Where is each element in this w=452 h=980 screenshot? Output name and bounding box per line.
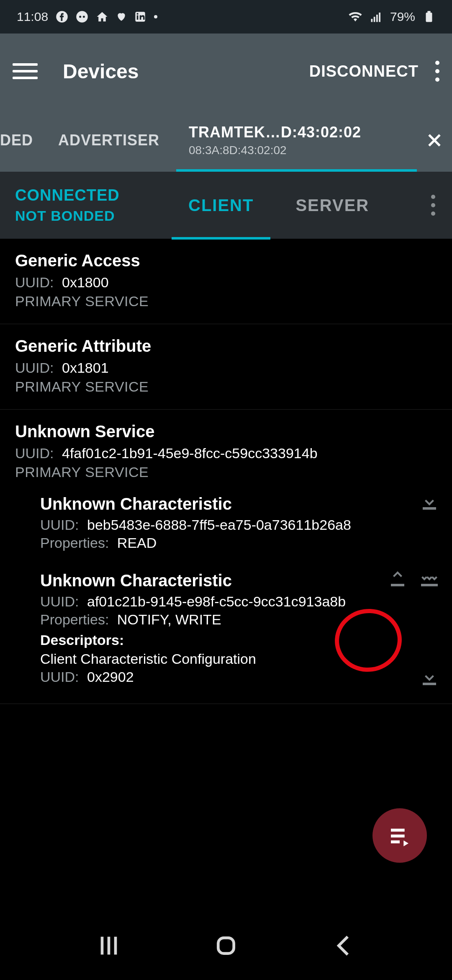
svg-point-6 <box>137 13 139 15</box>
services-list[interactable]: Generic Access UUID: 0x1800 PRIMARY SERV… <box>0 239 452 704</box>
characteristic-item[interactable]: Unknown Characteristic UUID: af01c21b-91… <box>0 561 452 695</box>
page-title: Devices <box>63 60 139 83</box>
svg-rect-21 <box>391 841 400 843</box>
fab-log-button[interactable] <box>372 808 427 863</box>
descriptors-label: Descriptors: <box>40 632 437 648</box>
svg-point-7 <box>154 15 157 18</box>
wifi-icon <box>348 10 362 24</box>
tab-device-name: TRAMTEK…D:43:02:02 <box>189 124 404 141</box>
characteristic-properties: NOTIFY, WRITE <box>117 611 221 627</box>
svg-rect-18 <box>423 683 436 685</box>
status-time: 11:08 <box>17 10 48 24</box>
uuid-label: UUID: <box>15 445 54 461</box>
service-uuid: 0x1801 <box>62 360 109 376</box>
menu-button[interactable] <box>13 59 38 84</box>
service-item[interactable]: Unknown Service UUID: 4faf01c2-1b91-45e9… <box>0 410 452 485</box>
tab-device-mac: 08:3A:8D:43:02:02 <box>189 144 404 157</box>
write-upload-icon[interactable] <box>388 569 408 589</box>
service-name: Unknown Service <box>15 422 437 441</box>
svg-rect-17 <box>421 584 438 586</box>
app-bar: Devices DISCONNECT <box>0 34 452 109</box>
battery-percent: 79% <box>390 10 415 24</box>
svg-rect-16 <box>391 584 404 586</box>
tab-advertiser[interactable]: ADVERTISER <box>41 109 176 172</box>
subtab-server[interactable]: SERVER <box>275 172 390 239</box>
battery-icon <box>423 10 435 23</box>
nav-recents-button[interactable] <box>95 932 122 961</box>
service-type: PRIMARY SERVICE <box>15 379 437 395</box>
service-type: PRIMARY SERVICE <box>15 293 437 309</box>
status-bar: 11:08 79% <box>0 0 452 34</box>
service-uuid: 4faf01c2-1b91-45e9-8fcc-c59cc333914b <box>62 445 318 461</box>
svg-rect-8 <box>371 19 372 22</box>
service-type: PRIMARY SERVICE <box>15 464 437 480</box>
tab-label: DED <box>0 132 33 149</box>
status-bonded: NOT BONDED <box>15 208 120 224</box>
uuid-label: UUID: <box>15 274 54 290</box>
characteristic-name: Unknown Characteristic <box>40 571 437 590</box>
descriptor-name: Client Characteristic Configuration <box>40 651 437 667</box>
connection-status: CONNECTED NOT BONDED <box>0 186 135 224</box>
svg-rect-9 <box>374 17 375 22</box>
uuid-label: UUID: <box>40 517 79 533</box>
svg-rect-25 <box>218 938 234 953</box>
service-item[interactable]: Generic Access UUID: 0x1800 PRIMARY SERV… <box>0 239 452 324</box>
service-uuid: 0x1800 <box>62 274 109 290</box>
overflow-menu-button[interactable] <box>435 61 439 82</box>
characteristic-uuid: af01c21b-9145-e98f-c5cc-9cc31c913a8b <box>87 593 346 609</box>
service-name: Generic Attribute <box>15 337 437 356</box>
disconnect-button[interactable]: DISCONNECT <box>309 62 419 80</box>
properties-label: Properties: <box>40 535 109 551</box>
status-connected: CONNECTED <box>15 186 120 204</box>
linkedin-icon <box>134 11 146 23</box>
subtab-client[interactable]: CLIENT <box>167 172 275 239</box>
svg-rect-13 <box>427 11 431 13</box>
uuid-label: UUID: <box>40 593 79 609</box>
nav-back-button[interactable] <box>330 932 357 961</box>
heart-icon <box>116 11 127 22</box>
tab-label: ADVERTISER <box>58 132 159 149</box>
device-tabs: DED ADVERTISER TRAMTEK…D:43:02:02 08:3A:… <box>0 109 452 172</box>
uuid-label: UUID: <box>15 360 54 376</box>
characteristic-uuid: beb5483e-6888-7ff5-ea75-0a73611b26a8 <box>87 517 351 533</box>
svg-point-3 <box>83 16 85 18</box>
signal-icon <box>370 10 383 23</box>
svg-point-1 <box>76 11 88 23</box>
more-notifications-dot-icon <box>154 15 158 19</box>
home-icon <box>96 10 108 23</box>
svg-rect-20 <box>391 835 405 838</box>
svg-point-2 <box>79 16 81 18</box>
nav-home-button[interactable] <box>213 932 239 961</box>
svg-rect-10 <box>376 15 378 22</box>
facebook-icon <box>56 10 68 23</box>
svg-rect-15 <box>423 507 436 510</box>
descriptor-uuid: 0x2902 <box>87 669 134 685</box>
svg-rect-11 <box>379 13 380 22</box>
service-name: Generic Access <box>15 251 437 270</box>
tab-bonded-partial[interactable]: DED <box>0 109 41 172</box>
svg-rect-14 <box>427 15 431 21</box>
subheader-overflow-button[interactable] <box>431 195 435 216</box>
read-descriptor-icon[interactable] <box>419 668 439 688</box>
tab-device-active[interactable]: TRAMTEK…D:43:02:02 08:3A:8D:43:02:02 <box>176 109 417 172</box>
read-download-icon[interactable] <box>419 492 439 512</box>
notify-subscribe-icon[interactable] <box>419 569 439 589</box>
characteristic-name: Unknown Characteristic <box>40 495 437 513</box>
characteristic-item[interactable]: Unknown Characteristic UUID: beb5483e-68… <box>0 485 452 561</box>
characteristic-properties: READ <box>117 535 157 551</box>
navigation-bar <box>0 913 452 980</box>
properties-label: Properties: <box>40 611 109 627</box>
service-item[interactable]: Generic Attribute UUID: 0x1801 PRIMARY S… <box>0 324 452 410</box>
connection-subheader: CONNECTED NOT BONDED CLIENT SERVER <box>0 172 452 239</box>
reddit-icon <box>76 10 88 23</box>
tab-close-button[interactable] <box>417 109 452 172</box>
uuid-label: UUID: <box>40 669 79 685</box>
svg-rect-19 <box>391 829 405 832</box>
svg-rect-5 <box>137 15 139 20</box>
